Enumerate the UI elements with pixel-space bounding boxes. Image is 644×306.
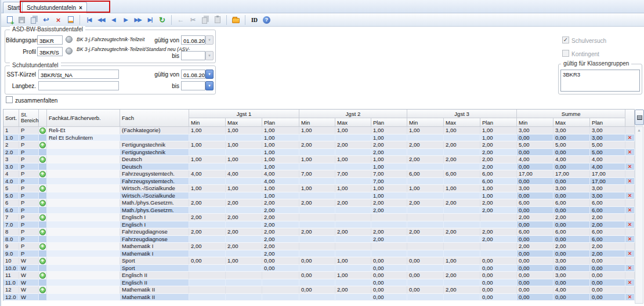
cell-value[interactable]: 1,00 (262, 156, 299, 163)
cell-value[interactable]: 1,00 (480, 127, 517, 134)
save-button[interactable] (16, 14, 28, 26)
cell-value[interactable] (299, 149, 335, 156)
cell-value[interactable]: 1,00 (371, 127, 407, 134)
cell-value[interactable]: 3,00 (517, 185, 553, 192)
cell-value[interactable]: 2,00 (371, 199, 407, 207)
cell-value[interactable] (299, 221, 335, 228)
cell-value[interactable] (226, 178, 262, 185)
cell-value[interactable]: 0,00 (407, 257, 444, 265)
cell-value[interactable]: 0,00 (553, 236, 590, 243)
add-subject-icon[interactable]: + (39, 185, 46, 192)
cell-value[interactable] (444, 192, 480, 199)
header-plan[interactable]: Plan (371, 118, 407, 127)
cell-value[interactable] (335, 250, 371, 257)
cell-value[interactable] (371, 243, 407, 250)
profil-lookup-icon[interactable] (66, 48, 73, 54)
cell-value[interactable]: 0,00 (480, 279, 517, 286)
cell-value[interactable]: 2,00 (407, 156, 444, 163)
cell-value[interactable]: 0,00 (590, 279, 625, 286)
cell-value[interactable]: 6,00 (590, 207, 625, 214)
cell-fachkat[interactable] (47, 207, 120, 214)
cell-value[interactable]: 1,00 (299, 156, 335, 163)
cell-value[interactable] (226, 294, 262, 301)
cell-value[interactable]: 2,00 (226, 243, 262, 250)
cell-value[interactable]: 2,00 (480, 141, 517, 149)
cell-value[interactable] (226, 250, 262, 257)
cell-value[interactable]: 4,00 (517, 156, 553, 163)
sst-bis-dropdown[interactable]: ▼ (205, 81, 214, 90)
cell-fachkat[interactable] (47, 265, 120, 272)
cell-value[interactable]: 0,00 (517, 207, 553, 214)
add-subject-icon[interactable]: + (39, 200, 46, 206)
klassengruppen-listbox[interactable]: 3BKR3 (560, 70, 640, 92)
cell-value[interactable] (371, 250, 407, 257)
cell-value[interactable]: 0,00 (371, 272, 407, 279)
cell-value[interactable]: 0,00 (407, 272, 444, 279)
cell-value[interactable]: 0,00 (590, 265, 625, 272)
cell-value[interactable] (189, 265, 226, 272)
cell-value[interactable] (407, 207, 444, 214)
cell-bereich[interactable]: P (19, 141, 39, 149)
sst-bis-field[interactable] (181, 81, 205, 90)
cell-value[interactable] (299, 214, 335, 221)
cell-value[interactable]: 2,00 (335, 199, 371, 207)
klassengruppen-item[interactable]: 3BKR3 (563, 71, 580, 78)
cell-value[interactable] (299, 163, 335, 170)
cell-fach[interactable]: Fertigungstechnik (120, 149, 189, 156)
cell-value[interactable]: 0,00 (517, 149, 553, 156)
cell-sort[interactable]: 1.0 (3, 134, 19, 141)
cell-value[interactable] (407, 236, 444, 243)
cell-value[interactable] (444, 149, 480, 156)
delete-row-icon[interactable]: × (628, 163, 631, 170)
cell-value[interactable]: 3,00 (590, 127, 625, 134)
cell-value[interactable]: 2,00 (335, 141, 371, 149)
cell-value[interactable]: 0,00 (517, 134, 553, 141)
cell-value[interactable] (299, 294, 335, 301)
cell-value[interactable]: 6,00 (590, 228, 625, 236)
cell-value[interactable]: 2,00 (517, 214, 553, 221)
duplicate-button[interactable] (28, 14, 40, 26)
cell-fachkat[interactable] (47, 178, 120, 185)
cell-sort[interactable]: 3 (3, 156, 19, 163)
cell-value[interactable]: 1,00 (444, 127, 480, 134)
cell-value[interactable]: 0,00 (517, 250, 553, 257)
cell-value[interactable]: 0,00 (299, 272, 335, 279)
bildungsgang-lookup-icon[interactable] (66, 36, 73, 43)
cell-sort[interactable]: 3.0 (3, 163, 19, 170)
cell-value[interactable] (335, 265, 371, 272)
cell-value[interactable]: 1,00 (371, 185, 407, 192)
cell-sort[interactable]: 10 (3, 257, 19, 265)
cell-value[interactable] (189, 272, 226, 279)
cell-value[interactable] (299, 192, 335, 199)
cell-fachkat[interactable]: Rel Et Schulintern (47, 134, 120, 141)
tab-close-icon[interactable]: × (79, 5, 82, 11)
cell-value[interactable]: 1,00 (226, 156, 262, 163)
cell-value[interactable]: 0,00 (553, 250, 590, 257)
cell-bereich[interactable]: P (19, 156, 39, 163)
cell-sort[interactable]: 12 (3, 286, 19, 294)
cell-value[interactable] (226, 272, 262, 279)
cell-value[interactable]: 4,00 (553, 286, 590, 294)
cell-value[interactable] (226, 134, 262, 141)
cell-value[interactable]: 1,00 (262, 192, 299, 199)
header-fachkat[interactable]: Fachkat./Fächerverb. (47, 110, 120, 127)
cell-value[interactable]: 0,00 (517, 178, 553, 185)
cell-sort[interactable]: 7.0 (3, 221, 19, 228)
cell-value[interactable]: 7,00 (299, 170, 335, 178)
cell-fachkat[interactable]: Reli-Et (47, 127, 120, 134)
cell-sort[interactable]: 5.0 (3, 192, 19, 199)
header-max[interactable]: Max (553, 118, 590, 127)
cell-value[interactable]: 1,00 (335, 127, 371, 134)
cell-fach[interactable]: (Fachkategorie) (120, 127, 189, 134)
cell-value[interactable] (189, 286, 226, 294)
cell-value[interactable] (299, 243, 335, 250)
cell-value[interactable]: 1,00 (226, 185, 262, 192)
cut-button[interactable]: ✂ (187, 14, 199, 26)
cell-value[interactable]: 0,00 (189, 257, 226, 265)
header-min[interactable]: Min (407, 118, 444, 127)
cell-value[interactable]: 0,00 (262, 265, 299, 272)
header-bereich[interactable]: St. Bereich (19, 110, 39, 127)
cell-value[interactable]: 7,00 (371, 170, 407, 178)
cell-value[interactable]: 1,00 (299, 185, 335, 192)
cell-value[interactable]: 2,00 (407, 228, 444, 236)
